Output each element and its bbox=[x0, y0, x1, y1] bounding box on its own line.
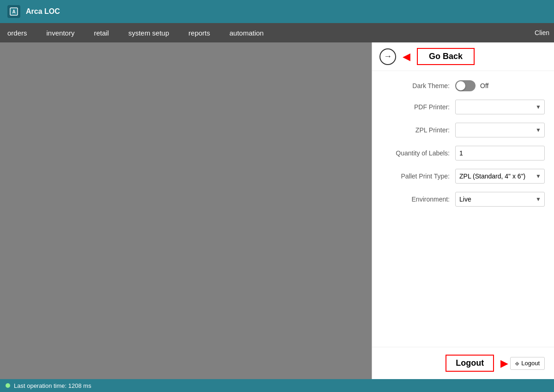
annotation-arrow-right: ▶ bbox=[500, 357, 508, 369]
pdf-printer-row: PDF Printer: ▼ bbox=[381, 100, 545, 114]
zpl-printer-select[interactable] bbox=[455, 123, 545, 137]
go-back-button[interactable]: Go Back bbox=[417, 48, 475, 65]
dark-theme-toggle[interactable] bbox=[455, 80, 476, 91]
environment-wrapper: Live ▼ bbox=[455, 192, 545, 207]
settings-form: Dark Theme: Off PDF Printer: bbox=[372, 71, 554, 347]
nav-item-orders[interactable]: orders bbox=[5, 27, 30, 39]
environment-select[interactable]: Live bbox=[455, 192, 545, 207]
toggle-track bbox=[455, 80, 476, 91]
environment-label: Environment: bbox=[381, 196, 455, 203]
environment-row: Environment: Live ▼ bbox=[381, 192, 545, 207]
logout-small-icon: ⎆ bbox=[515, 360, 519, 367]
quantity-input[interactable] bbox=[455, 146, 545, 160]
app-title: Arca LOC bbox=[26, 7, 60, 16]
logout-small-button[interactable]: ⎆ Logout bbox=[510, 357, 545, 370]
quantity-row: Quantity of Labels: bbox=[381, 146, 545, 160]
panel-header: → ◀ Go Back bbox=[372, 42, 554, 71]
pdf-printer-label: PDF Printer: bbox=[381, 103, 455, 111]
nav-item-reports[interactable]: reports bbox=[186, 27, 213, 39]
dark-theme-label: Dark Theme: bbox=[381, 82, 455, 89]
nav-item-retail[interactable]: retail bbox=[91, 27, 112, 39]
nav-item-automation[interactable]: automation bbox=[227, 27, 266, 39]
dark-theme-row: Dark Theme: Off bbox=[381, 80, 545, 91]
zpl-printer-row: ZPL Printer: ▼ bbox=[381, 123, 545, 137]
pdf-printer-select[interactable] bbox=[455, 100, 545, 114]
nav-item-system-setup[interactable]: system setup bbox=[126, 27, 172, 39]
panel-footer: Logout ▶ ⎆ Logout bbox=[372, 347, 554, 379]
toggle-thumb bbox=[456, 81, 465, 90]
header: A Arca LOC bbox=[0, 0, 554, 23]
svg-text:A: A bbox=[12, 9, 15, 14]
dark-theme-control: Off bbox=[455, 80, 488, 91]
zpl-printer-wrapper: ▼ bbox=[455, 123, 545, 137]
pallet-print-label: Pallet Print Type: bbox=[381, 172, 455, 180]
nav-client: Clien bbox=[535, 29, 549, 36]
main-content: → ◀ Go Back Dark Theme: Off bbox=[0, 42, 554, 379]
pallet-print-select[interactable]: ZPL (Standard, 4" x 6") bbox=[455, 169, 545, 184]
logout-button[interactable]: Logout bbox=[446, 355, 494, 372]
quantity-label: Quantity of Labels: bbox=[381, 149, 455, 157]
right-panel: → ◀ Go Back Dark Theme: Off bbox=[372, 42, 554, 379]
go-back-arrow-icon[interactable]: → bbox=[379, 48, 396, 65]
logout-small-label: Logout bbox=[521, 360, 540, 367]
nav-bar: orders inventory retail system setup rep… bbox=[0, 23, 554, 42]
app-logo: A bbox=[7, 5, 20, 18]
pdf-printer-wrapper: ▼ bbox=[455, 100, 545, 114]
nav-item-inventory[interactable]: inventory bbox=[44, 27, 78, 39]
status-text: Last operation time: 1208 ms bbox=[14, 382, 91, 389]
app-wrapper: A Arca LOC orders inventory retail syste… bbox=[0, 0, 554, 392]
annotation-arrow-left: ◀ bbox=[403, 51, 410, 63]
zpl-printer-label: ZPL Printer: bbox=[381, 126, 455, 134]
status-dot-icon bbox=[6, 383, 10, 388]
dark-theme-state: Off bbox=[480, 82, 488, 89]
quantity-wrapper bbox=[455, 146, 545, 160]
pallet-print-wrapper: ZPL (Standard, 4" x 6") ▼ bbox=[455, 169, 545, 184]
pallet-print-row: Pallet Print Type: ZPL (Standard, 4" x 6… bbox=[381, 169, 545, 184]
left-panel bbox=[0, 42, 372, 379]
status-bar: Last operation time: 1208 ms bbox=[0, 379, 554, 392]
